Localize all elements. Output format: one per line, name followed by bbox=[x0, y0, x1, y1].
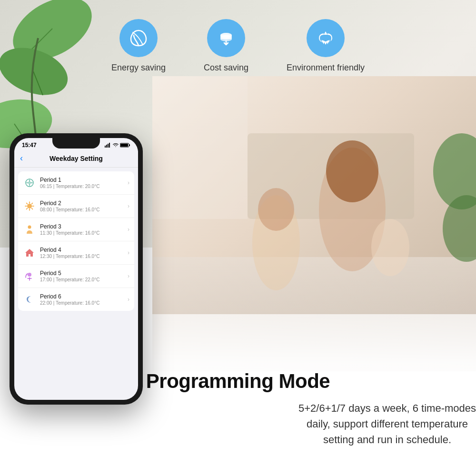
period-3-detail: 11:30 | Temperature: 16.0°C bbox=[40, 230, 128, 236]
period-item-1[interactable]: Period 1 06:15 | Temperature: 20.0°C › bbox=[18, 171, 134, 195]
wifi-icon bbox=[113, 143, 119, 148]
period-4-detail: 12:30 | Temperature: 16.0°C bbox=[40, 254, 128, 259]
svg-point-23 bbox=[258, 188, 294, 231]
recycle-icon bbox=[316, 29, 335, 48]
period-5-detail: 17:00 | Temperature: 22.0°C bbox=[40, 277, 128, 282]
period-1-chevron: › bbox=[128, 179, 129, 186]
coin-icon bbox=[217, 29, 236, 48]
svg-point-21 bbox=[371, 219, 409, 276]
sun-icon bbox=[23, 199, 36, 213]
period-2-info: Period 2 08:00 | Temperature: 16.0°C bbox=[40, 200, 128, 212]
app-header: ‹ Weekday Setting bbox=[14, 150, 138, 168]
programming-title: Programming Mode bbox=[146, 370, 330, 393]
home-icon bbox=[23, 246, 36, 259]
feature-cost-saving: Cost saving bbox=[204, 19, 248, 73]
period-item-4[interactable]: Period 4 12:30 | Temperature: 16.0°C › bbox=[18, 241, 134, 265]
svg-point-34 bbox=[28, 226, 31, 229]
period-6-name: Period 6 bbox=[40, 293, 128, 300]
person-icon bbox=[23, 223, 36, 236]
svg-point-35 bbox=[28, 273, 31, 277]
evening-icon bbox=[23, 269, 36, 283]
feature-energy-saving: Energy saving bbox=[111, 19, 166, 73]
period-6-detail: 22:00 | Temperature: 16.0°C bbox=[40, 300, 128, 306]
signal-icon bbox=[105, 143, 111, 148]
period-4-info: Period 4 12:30 | Temperature: 16.0°C bbox=[40, 247, 128, 259]
environment-friendly-label: Environment friendly bbox=[287, 63, 365, 73]
features-section: Energy saving Cost saving bbox=[0, 19, 476, 73]
status-icons bbox=[105, 143, 130, 148]
svg-rect-30 bbox=[120, 144, 128, 147]
programming-description: 5+2/6+1/7 days a week, 6 time-modes dail… bbox=[298, 400, 476, 447]
period-list: Period 1 06:15 | Temperature: 20.0°C › P… bbox=[18, 171, 134, 311]
period-5-info: Period 5 17:00 | Temperature: 22.0°C bbox=[40, 270, 128, 282]
energy-saving-label: Energy saving bbox=[111, 63, 166, 73]
morning-icon bbox=[23, 176, 36, 189]
battery-icon bbox=[120, 143, 130, 148]
svg-rect-27 bbox=[109, 143, 110, 148]
svg-rect-26 bbox=[108, 144, 109, 148]
svg-rect-15 bbox=[152, 76, 248, 219]
feature-environment-friendly: Environment friendly bbox=[287, 19, 365, 73]
leaf-icon bbox=[129, 29, 148, 48]
period-3-chevron: › bbox=[128, 226, 129, 233]
period-item-6[interactable]: Period 6 22:00 | Temperature: 16.0°C › bbox=[18, 288, 134, 311]
period-2-chevron: › bbox=[128, 203, 129, 209]
period-3-name: Period 3 bbox=[40, 223, 128, 230]
period-3-info: Period 3 11:30 | Temperature: 16.0°C bbox=[40, 223, 128, 236]
svg-point-22 bbox=[326, 140, 378, 202]
night-icon bbox=[23, 293, 36, 306]
svg-rect-29 bbox=[129, 144, 130, 146]
phone-mockup: 15:47 bbox=[10, 133, 143, 405]
back-button[interactable]: ‹ bbox=[20, 153, 23, 163]
svg-point-33 bbox=[27, 204, 32, 208]
period-item-3[interactable]: Period 3 11:30 | Temperature: 16.0°C › bbox=[18, 218, 134, 241]
period-1-name: Period 1 bbox=[40, 177, 128, 183]
period-5-name: Period 5 bbox=[40, 270, 128, 277]
period-6-info: Period 6 22:00 | Temperature: 16.0°C bbox=[40, 293, 128, 306]
period-2-detail: 08:00 | Temperature: 16.0°C bbox=[40, 207, 128, 212]
period-item-2[interactable]: Period 2 08:00 | Temperature: 16.0°C › bbox=[18, 195, 134, 218]
cost-saving-label: Cost saving bbox=[204, 63, 248, 73]
phone-outer-frame: 15:47 bbox=[10, 133, 143, 405]
period-item-5[interactable]: Period 5 17:00 | Temperature: 22.0°C › bbox=[18, 265, 134, 288]
svg-rect-25 bbox=[106, 145, 107, 148]
cost-saving-icon-circle bbox=[207, 19, 245, 57]
period-5-chevron: › bbox=[128, 273, 129, 279]
period-1-info: Period 1 06:15 | Temperature: 20.0°C bbox=[40, 177, 128, 189]
period-1-detail: 06:15 | Temperature: 20.0°C bbox=[40, 184, 128, 189]
phone-notch bbox=[52, 138, 100, 149]
svg-point-32 bbox=[28, 181, 31, 184]
svg-rect-24 bbox=[105, 146, 106, 148]
period-4-name: Period 4 bbox=[40, 247, 128, 253]
period-2-name: Period 2 bbox=[40, 200, 128, 207]
environment-friendly-icon-circle bbox=[307, 19, 345, 57]
energy-saving-icon-circle bbox=[119, 19, 158, 57]
phone-screen: 15:47 bbox=[14, 138, 138, 400]
period-4-chevron: › bbox=[128, 249, 129, 256]
period-6-chevron: › bbox=[128, 296, 129, 303]
app-title: Weekday Setting bbox=[50, 155, 103, 162]
status-time: 15:47 bbox=[22, 142, 37, 149]
